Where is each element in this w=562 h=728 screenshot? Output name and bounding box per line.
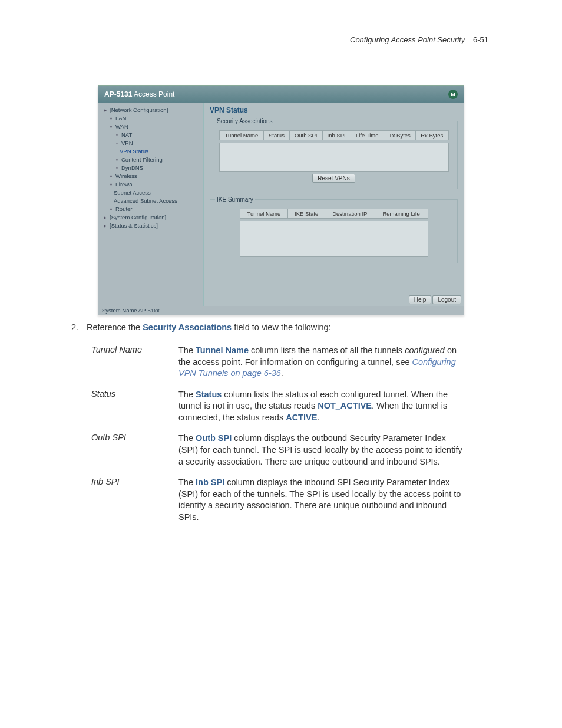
- security-associations-group: Security Associations Tunnel NameStatusO…: [210, 118, 458, 189]
- ike-summary-group: IKE Summary Tunnel NameIKE StateDestinat…: [210, 196, 458, 263]
- app-window: AP-5131 Access Point M ▸[Network Configu…: [98, 85, 464, 315]
- step-2-text: 2. Reference the Security Associations f…: [71, 322, 506, 332]
- desc-term: Outb SPI: [91, 428, 178, 472]
- tree-wan[interactable]: ▪WAN ▫NAT ▫VPN VPN Status ▫Content Filte…: [108, 123, 201, 172]
- tree-firewall[interactable]: ▪Firewall Subnet Access Advanced Subnet …: [108, 180, 201, 205]
- header-page-number: 6-51: [473, 35, 488, 44]
- logout-button[interactable]: Logout: [432, 295, 461, 304]
- desc-definition: The Outb SPI column displays the outboun…: [178, 428, 468, 472]
- system-name-label: System Name AP-51xx: [98, 306, 464, 315]
- tree-subnet-access[interactable]: Subnet Access: [114, 189, 201, 197]
- desc-row: StatusThe Status column lists the status…: [91, 384, 468, 429]
- field-description-table: Tunnel NameThe Tunnel Name column lists …: [91, 340, 468, 528]
- reset-vpns-button[interactable]: Reset VPNs: [312, 174, 355, 183]
- sa-col-tx-bytes: Tx Bytes: [384, 131, 415, 140]
- desc-definition: The Inb SPI column displays the inbound …: [178, 472, 468, 528]
- sa-col-tunnel-name: Tunnel Name: [219, 131, 264, 140]
- sa-col-outb-spi: Outb SPI: [289, 131, 322, 140]
- desc-term: Status: [91, 384, 178, 429]
- security-associations-table: Tunnel NameStatusOutb SPIInb SPILife Tim…: [219, 130, 449, 140]
- ike-col-destination-ip: Destination IP: [325, 209, 375, 219]
- sa-col-rx-bytes: Rx Bytes: [416, 131, 449, 140]
- logo-icon: M: [448, 90, 458, 99]
- desc-definition: The Status column lists the status of ea…: [178, 384, 468, 429]
- desc-row: Inb SPIThe Inb SPI column displays the i…: [91, 472, 468, 528]
- tree-dyndns[interactable]: ▫DynDNS: [114, 164, 201, 172]
- sa-col-inb-spi: Inb SPI: [322, 131, 351, 140]
- ike-col-ike-state: IKE State: [288, 209, 325, 219]
- tree-status-statistics[interactable]: ▸[Status & Statistics]: [102, 222, 201, 230]
- sa-col-status: Status: [264, 131, 289, 140]
- desc-definition: The Tunnel Name column lists the names o…: [178, 340, 468, 384]
- tree-system-configuration[interactable]: ▸[System Configuration]: [102, 213, 201, 222]
- content-heading: VPN Status: [204, 103, 464, 114]
- nav-tree[interactable]: ▸[Network Configuration] ▪LAN ▪WAN ▫NAT …: [98, 103, 204, 306]
- desc-term: Inb SPI: [91, 472, 178, 528]
- page-header: Configuring Access Point Security 6-51: [56, 35, 506, 44]
- tree-content-filtering[interactable]: ▫Content Filtering: [114, 156, 201, 164]
- tree-router[interactable]: ▪Router: [108, 205, 201, 213]
- help-button[interactable]: Help: [409, 295, 432, 304]
- tree-vpn-status[interactable]: VPN Status: [120, 147, 201, 156]
- app-titlebar: AP-5131 Access Point M: [98, 86, 464, 103]
- desc-row: Outb SPIThe Outb SPI column displays the…: [91, 428, 468, 472]
- desc-term: Tunnel Name: [91, 340, 178, 384]
- tree-vpn[interactable]: ▫VPN VPN Status: [114, 139, 201, 156]
- ike-col-tunnel-name: Tunnel Name: [240, 209, 288, 219]
- tree-wireless[interactable]: ▪Wireless: [108, 172, 201, 180]
- header-section: Configuring Access Point Security: [350, 35, 465, 44]
- app-title: AP-5131 Access Point: [104, 90, 174, 98]
- security-associations-legend: Security Associations: [215, 118, 275, 124]
- sa-col-life-time: Life Time: [351, 131, 384, 140]
- ike-summary-table: Tunnel NameIKE StateDestination IPRemain…: [240, 209, 428, 219]
- tree-lan[interactable]: ▪LAN: [108, 114, 201, 123]
- ike-col-remaining-life: Remaining Life: [375, 209, 428, 219]
- tree-advanced-subnet-access[interactable]: Advanced Subnet Access: [114, 197, 201, 205]
- ike-summary-legend: IKE Summary: [215, 196, 255, 203]
- tree-nat[interactable]: ▫NAT: [114, 131, 201, 139]
- desc-row: Tunnel NameThe Tunnel Name column lists …: [91, 340, 468, 384]
- tree-network-configuration[interactable]: ▸[Network Configuration] ▪LAN ▪WAN ▫NAT …: [102, 106, 201, 213]
